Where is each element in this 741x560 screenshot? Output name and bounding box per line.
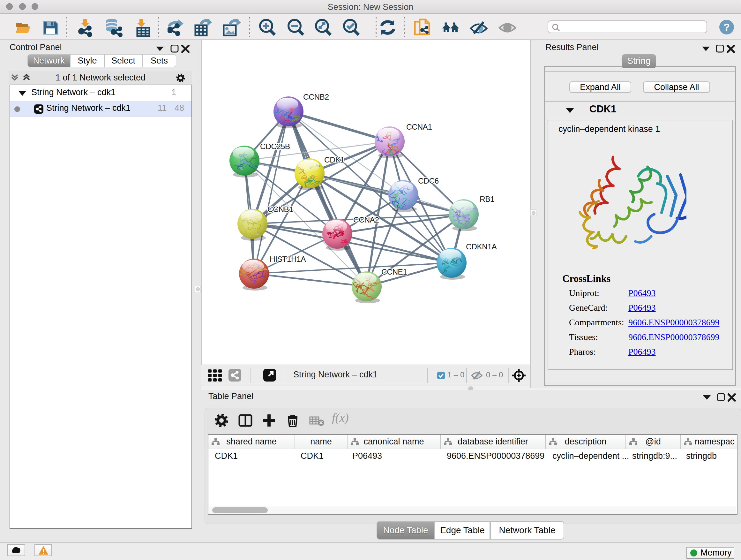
svg-text:CDK1: CDK1 [324, 155, 344, 164]
svg-text:CCNA2: CCNA2 [353, 215, 379, 224]
svg-text:CCNA1: CCNA1 [406, 123, 432, 131]
svg-text:HIST1H1A: HIST1H1A [270, 255, 306, 263]
svg-text:CDC25B: CDC25B [260, 142, 290, 151]
svg-text:CCNE1: CCNE1 [381, 267, 407, 276]
svg-text:RB1: RB1 [480, 195, 494, 203]
svg-text:?: ? [724, 21, 730, 33]
svg-text:CDKN1A: CDKN1A [466, 242, 497, 251]
svg-text:CCNB1: CCNB1 [267, 205, 293, 213]
svg-text:CCNB2: CCNB2 [303, 92, 329, 101]
svg-text:CDC6: CDC6 [418, 177, 439, 185]
